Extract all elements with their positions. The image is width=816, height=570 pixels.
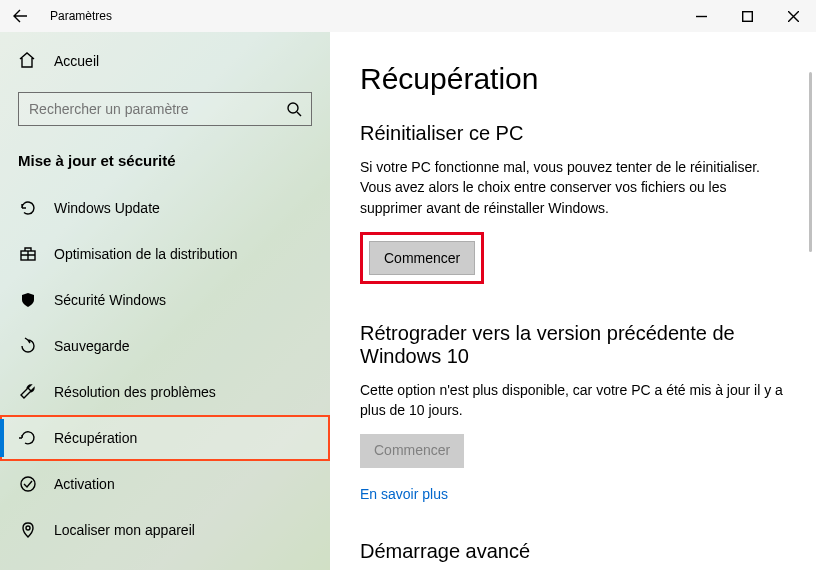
sidebar-item-label: Windows Update [54,200,160,216]
sidebar-item-label: Localiser mon appareil [54,522,195,538]
sidebar-item-delivery-optimization[interactable]: Optimisation de la distribution [0,231,330,277]
rollback-start-button: Commencer [360,434,464,468]
sidebar-item-security[interactable]: Sécurité Windows [0,277,330,323]
update-icon [18,199,38,217]
sidebar-section-title: Mise à jour et sécurité [18,152,330,169]
maximize-icon [742,11,753,22]
svg-point-3 [21,477,35,491]
sidebar-item-recovery[interactable]: Récupération [0,415,330,461]
sidebar-item-backup[interactable]: Sauvegarde [0,323,330,369]
advanced-startup-heading: Démarrage avancé [360,540,790,563]
home-icon [18,51,36,72]
svg-point-1 [288,103,298,113]
sidebar-item-troubleshoot[interactable]: Résolution des problèmes [0,369,330,415]
learn-more-link[interactable]: En savoir plus [360,486,448,502]
search-icon [277,101,311,117]
back-button[interactable] [0,0,40,32]
titlebar: Paramètres [0,0,816,32]
main-content: Récupération Réinitialiser ce PC Si votr… [330,32,816,570]
search-box[interactable] [18,92,312,126]
rollback-description: Cette option n'est plus disponible, car … [360,380,790,421]
reset-description: Si votre PC fonctionne mal, vous pouvez … [360,157,790,218]
reset-start-button[interactable]: Commencer [369,241,475,275]
annotation-highlight: Commencer [360,232,484,284]
sidebar: Accueil Mise à jour et sécurité Windows … [0,32,330,570]
delivery-icon [18,245,38,263]
arrow-left-icon [12,8,28,24]
backup-icon [18,337,38,355]
location-icon [18,521,38,539]
recovery-icon [18,429,38,447]
page-title: Récupération [360,62,790,96]
svg-point-4 [26,526,30,530]
search-input[interactable] [19,101,277,117]
wrench-icon [18,383,38,401]
sidebar-item-windows-update[interactable]: Windows Update [0,185,330,231]
reset-heading: Réinitialiser ce PC [360,122,790,145]
activation-icon [18,475,38,493]
sidebar-item-activation[interactable]: Activation [0,461,330,507]
sidebar-item-find-device[interactable]: Localiser mon appareil [0,507,330,553]
shield-icon [18,291,38,309]
sidebar-home-label: Accueil [54,53,99,69]
close-icon [788,11,799,22]
sidebar-item-label: Récupération [54,430,137,446]
window-title: Paramètres [50,9,112,23]
rollback-heading: Rétrograder vers la version précédente d… [360,322,790,368]
svg-rect-0 [742,11,752,21]
sidebar-item-label: Sauvegarde [54,338,130,354]
close-button[interactable] [770,0,816,32]
sidebar-item-label: Optimisation de la distribution [54,246,238,262]
minimize-icon [696,11,707,22]
sidebar-item-label: Résolution des problèmes [54,384,216,400]
maximize-button[interactable] [724,0,770,32]
minimize-button[interactable] [678,0,724,32]
sidebar-home[interactable]: Accueil [0,38,330,84]
sidebar-item-label: Activation [54,476,115,492]
sidebar-item-label: Sécurité Windows [54,292,166,308]
scrollbar[interactable] [809,72,812,252]
